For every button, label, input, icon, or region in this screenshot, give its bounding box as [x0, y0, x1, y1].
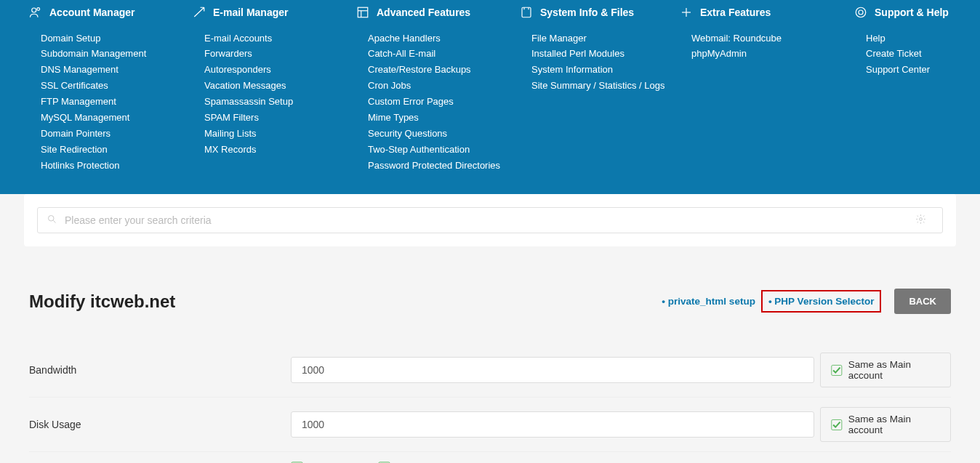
gear-icon[interactable] [915, 214, 933, 228]
nav-link[interactable]: DNS Management [41, 63, 178, 78]
nav-link[interactable]: Mime Types [368, 110, 505, 126]
nav-link[interactable]: phpMyAdmin [691, 47, 840, 63]
nav-link[interactable]: File Manager [531, 31, 665, 47]
nav-header[interactable]: System Info & Files [520, 0, 665, 31]
nav-link[interactable]: E-mail Accounts [204, 31, 342, 47]
nav-link[interactable]: Custom Error Pages [368, 94, 505, 110]
svg-line-13 [53, 220, 55, 222]
row-ssl-php: Secure SSL PHP Access [29, 452, 951, 463]
nav-link[interactable]: Vacation Messages [204, 78, 342, 94]
nav-link[interactable]: Site Redirection [41, 142, 178, 158]
nav-link[interactable]: Forwarders [204, 47, 342, 63]
nav-link[interactable]: Cron Jobs [368, 78, 505, 94]
bandwidth-same-checkbox[interactable]: Same as Main account [820, 353, 951, 387]
page-body: Modify itcweb.net private_html setup PHP… [0, 246, 980, 463]
search-input[interactable] [65, 214, 915, 226]
svg-point-11 [859, 10, 863, 15]
svg-point-0 [32, 8, 36, 12]
bandwidth-label: Bandwidth [29, 364, 291, 376]
nav-link[interactable]: Hotlinks Protection [41, 158, 178, 174]
nav-header[interactable]: E-mail Manager [193, 0, 342, 31]
nav-link[interactable]: Create Ticket [866, 47, 963, 63]
search-bar[interactable] [37, 207, 943, 233]
nav-link[interactable]: Webmail: Roundcube [691, 31, 840, 47]
search-icon [47, 214, 65, 228]
nav-link[interactable]: MySQL Management [41, 110, 178, 126]
nav-link[interactable]: Apache Handlers [368, 31, 505, 47]
nav-link[interactable]: SSL Certificates [41, 78, 178, 94]
link-php-version-selector[interactable]: PHP Version Selector [761, 290, 882, 313]
nav-link[interactable]: Support Center [866, 63, 963, 78]
nav-link[interactable]: Autoresponders [204, 63, 342, 78]
nav-link[interactable]: System Information [531, 63, 665, 78]
row-disk: Disk Usage Same as Main account [29, 398, 951, 452]
svg-point-12 [49, 215, 55, 221]
back-button[interactable]: BACK [894, 289, 951, 314]
nav-header[interactable]: Extra Features [680, 0, 840, 31]
nav-header[interactable]: Advanced Features [356, 0, 505, 31]
nav-link[interactable]: Create/Restore Backups [368, 63, 505, 78]
bandwidth-input[interactable] [291, 357, 814, 383]
row-bandwidth: Bandwidth Same as Main account [29, 343, 951, 398]
svg-point-14 [920, 217, 923, 220]
nav-link[interactable]: Security Questions [368, 126, 505, 142]
svg-point-10 [856, 7, 866, 17]
nav-link[interactable]: Password Protected Directories [368, 158, 505, 174]
nav-header[interactable]: Account Manager [29, 0, 178, 31]
nav-header[interactable]: Support & Help [854, 0, 963, 31]
nav-link[interactable]: Installed Perl Modules [531, 47, 665, 63]
nav-link[interactable]: Site Summary / Statistics / Logs [531, 78, 665, 94]
top-nav: Account ManagerDomain SetupSubdomain Man… [0, 0, 980, 194]
nav-link[interactable]: Spamassassin Setup [204, 94, 342, 110]
nav-link[interactable]: Subdomain Management [41, 47, 178, 63]
nav-link[interactable]: Help [866, 31, 963, 47]
nav-link[interactable]: MX Records [204, 142, 342, 158]
disk-same-checkbox[interactable]: Same as Main account [820, 407, 951, 442]
nav-link[interactable]: Domain Setup [41, 31, 178, 47]
svg-rect-5 [522, 7, 531, 17]
nav-link[interactable]: FTP Management [41, 94, 178, 110]
nav-link[interactable]: Two-Step Authentication [368, 142, 505, 158]
disk-label: Disk Usage [29, 419, 291, 430]
nav-link[interactable]: SPAM Filters [204, 110, 342, 126]
nav-link[interactable]: Catch-All E-mail [368, 47, 505, 63]
svg-point-1 [37, 8, 40, 11]
nav-link[interactable]: Domain Pointers [41, 126, 178, 142]
svg-rect-2 [358, 7, 368, 17]
page-title: Modify itcweb.net [29, 291, 662, 312]
nav-link[interactable]: Mailing Lists [204, 126, 342, 142]
disk-input[interactable] [291, 411, 814, 438]
link-private-html-setup[interactable]: private_html setup [662, 296, 755, 307]
content-card [24, 194, 956, 246]
